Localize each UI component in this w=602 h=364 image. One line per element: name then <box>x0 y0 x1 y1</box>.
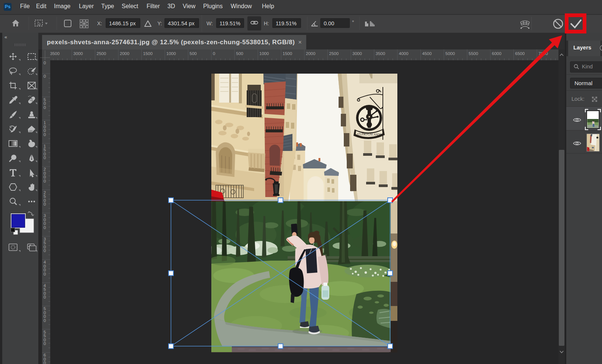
svg-text:1000: 1000 <box>166 51 176 56</box>
svg-text:2500: 2500 <box>97 51 106 56</box>
svg-text:0: 0 <box>44 225 46 230</box>
svg-text:500: 500 <box>236 51 243 56</box>
svg-text:2000: 2000 <box>306 51 316 56</box>
svg-text:0: 0 <box>44 179 46 183</box>
svg-text:0: 0 <box>44 74 46 78</box>
svg-text:0: 0 <box>44 318 46 323</box>
svg-text:0: 0 <box>44 61 46 65</box>
svg-text:4000: 4000 <box>399 51 409 56</box>
svg-text:3500: 3500 <box>50 51 60 56</box>
svg-text:1500: 1500 <box>143 51 153 56</box>
svg-text:5500: 5500 <box>469 51 478 56</box>
svg-text:1500: 1500 <box>283 51 292 56</box>
svg-text:0: 0 <box>44 132 46 137</box>
svg-text:0: 0 <box>44 272 46 276</box>
svg-text:2000: 2000 <box>120 51 129 56</box>
svg-text:1000: 1000 <box>259 51 269 56</box>
svg-text:3000: 3000 <box>352 51 362 56</box>
svg-text:0: 0 <box>44 361 46 364</box>
svg-text:4500: 4500 <box>422 51 432 56</box>
svg-text:0: 0 <box>44 295 46 299</box>
svg-text:7000: 7000 <box>538 51 548 56</box>
svg-text:0: 0 <box>44 341 46 346</box>
svg-text:0: 0 <box>44 155 46 160</box>
svg-text:6500: 6500 <box>515 51 525 56</box>
svg-text:0: 0 <box>44 248 46 253</box>
svg-text:2500: 2500 <box>329 51 339 56</box>
svg-text:0: 0 <box>44 105 46 110</box>
svg-text:3500: 3500 <box>376 51 385 56</box>
svg-text:«: « <box>4 34 7 40</box>
svg-text:0: 0 <box>44 202 46 206</box>
svg-text:500: 500 <box>190 51 197 56</box>
svg-text:5000: 5000 <box>445 51 455 56</box>
svg-text:3000: 3000 <box>73 51 83 56</box>
svg-text:0: 0 <box>213 51 215 56</box>
svg-text:6000: 6000 <box>492 51 502 56</box>
